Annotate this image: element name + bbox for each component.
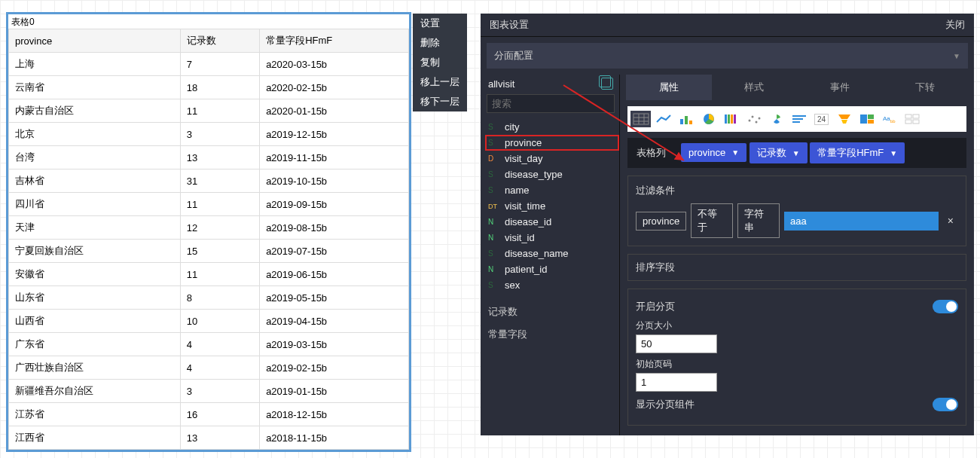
column-pill[interactable]: 记录数▼ bbox=[750, 142, 808, 163]
table-cell: 4 bbox=[180, 356, 259, 380]
config-tab[interactable]: 属性 bbox=[626, 75, 712, 100]
table-cell: a2019-09-15b bbox=[260, 193, 409, 216]
field-name: visit_day bbox=[505, 153, 543, 164]
config-tab[interactable]: 下转 bbox=[883, 75, 969, 100]
table-row: 山东省8a2019-05-15b bbox=[9, 286, 409, 310]
column-header[interactable]: 常量字段HFmF bbox=[260, 29, 409, 53]
table-cell: 安徽省 bbox=[9, 263, 181, 286]
field-item[interactable]: Sdisease_type bbox=[485, 166, 619, 182]
table-cell: a2018-11-15b bbox=[260, 426, 409, 450]
svg-text:bb: bb bbox=[890, 119, 896, 124]
field-name: visit_id bbox=[505, 232, 535, 243]
columns-label: 表格列 bbox=[629, 143, 673, 163]
table-cell: 3 bbox=[180, 123, 259, 146]
page-init-input[interactable] bbox=[636, 373, 717, 392]
paging-show-switch[interactable] bbox=[933, 398, 958, 411]
filter-op-chip[interactable]: 不等于 bbox=[691, 203, 733, 238]
sort-box[interactable]: 排序字段 bbox=[627, 254, 966, 281]
field-type-icon: S bbox=[488, 186, 500, 194]
chart-type-bar[interactable] bbox=[676, 111, 696, 127]
filter-value-input[interactable] bbox=[784, 212, 939, 231]
context-menu-item[interactable]: 删除 bbox=[413, 33, 467, 53]
field-item[interactable]: Ndisease_id bbox=[485, 214, 619, 230]
paging-enable-switch[interactable] bbox=[933, 300, 958, 313]
table-cell: 台湾 bbox=[9, 146, 181, 169]
field-type-icon: S bbox=[488, 281, 500, 289]
field-name: visit_time bbox=[505, 200, 545, 212]
column-header[interactable]: 记录数 bbox=[180, 29, 259, 53]
field-item[interactable]: Dvisit_day bbox=[485, 151, 619, 166]
field-type-icon: S bbox=[488, 139, 500, 147]
chevron-down-icon: ▼ bbox=[890, 149, 897, 157]
datasource-name: allvisit bbox=[488, 78, 601, 90]
table-cell: a2019-01-15b bbox=[260, 380, 409, 403]
context-menu-item[interactable]: 复制 bbox=[413, 53, 467, 72]
field-item[interactable]: Scity bbox=[485, 119, 619, 135]
chart-type-table[interactable] bbox=[630, 111, 651, 127]
field-item[interactable]: Npatient_id bbox=[485, 261, 619, 277]
filter-title: 过滤条件 bbox=[636, 184, 958, 197]
table-cell: a2019-11-15b bbox=[260, 146, 409, 169]
chart-type-num24[interactable]: 24 bbox=[811, 111, 832, 127]
chart-type-line[interactable] bbox=[653, 111, 673, 127]
field-item[interactable]: Ssex bbox=[485, 277, 619, 293]
table-cell: 吉林省 bbox=[9, 169, 181, 193]
columns-row: 表格列 province▼ 记录数▼ 常量字段HFmF▼ bbox=[627, 138, 966, 168]
field-item[interactable]: DTvisit_time bbox=[485, 198, 619, 214]
close-button[interactable]: 关闭 bbox=[945, 18, 965, 32]
field-name: disease_name bbox=[505, 248, 569, 259]
table-cell: 山东省 bbox=[9, 286, 181, 310]
field-item[interactable]: Sdisease_name bbox=[485, 246, 619, 261]
column-pill[interactable]: province▼ bbox=[681, 143, 746, 162]
field-item[interactable]: Sprovince bbox=[485, 135, 619, 151]
chart-type-rose[interactable] bbox=[766, 111, 786, 127]
svg-rect-19 bbox=[792, 118, 803, 120]
chart-type-word[interactable]: Aabb bbox=[879, 111, 899, 127]
context-menu-item[interactable]: 设置 bbox=[413, 14, 467, 33]
field-group-item[interactable]: 记录数 bbox=[485, 301, 619, 323]
field-search-input[interactable] bbox=[487, 94, 615, 113]
context-menu-item[interactable]: 移下一层 bbox=[413, 92, 467, 111]
svg-point-17 bbox=[758, 118, 760, 120]
chart-type-pie[interactable] bbox=[698, 111, 719, 127]
column-header[interactable]: province bbox=[9, 29, 181, 53]
filter-field-chip[interactable]: province bbox=[636, 212, 686, 231]
svg-point-16 bbox=[755, 121, 757, 124]
chart-type-funnel[interactable] bbox=[834, 111, 854, 127]
field-item[interactable]: Nvisit_id bbox=[485, 230, 619, 246]
field-type-icon: D bbox=[488, 154, 500, 163]
copy-icon[interactable] bbox=[601, 78, 613, 90]
config-column: 属性样式事件下转 24Aabb 表格列 province▼ 记录数▼ 常量字段H… bbox=[620, 75, 974, 435]
chart-type-list[interactable] bbox=[789, 111, 809, 127]
chart-type-scatter[interactable] bbox=[743, 111, 764, 127]
table-widget[interactable]: 表格0 province记录数常量字段HFmF 上海7a2020-03-15b云… bbox=[6, 12, 411, 452]
facet-config-section[interactable]: 分面配置 ▼ bbox=[487, 43, 968, 69]
field-group-item[interactable]: 常量字段 bbox=[485, 323, 619, 346]
pill-label: 记录数 bbox=[757, 146, 786, 160]
table-cell: 四川省 bbox=[9, 193, 181, 216]
svg-rect-13 bbox=[734, 114, 736, 124]
field-item[interactable]: Sname bbox=[485, 182, 619, 198]
table-cell: 江苏省 bbox=[9, 403, 181, 426]
filter-type-chip[interactable]: 字符串 bbox=[737, 203, 780, 238]
field-name: province bbox=[505, 137, 542, 148]
section-label: 分面配置 bbox=[494, 49, 533, 63]
config-tab[interactable]: 样式 bbox=[712, 75, 798, 100]
page-size-input[interactable] bbox=[636, 334, 717, 353]
field-name: disease_id bbox=[505, 216, 551, 227]
svg-rect-1 bbox=[633, 114, 649, 124]
chart-type-colbar[interactable] bbox=[721, 111, 741, 127]
table-cell: 4 bbox=[180, 333, 259, 356]
column-pill[interactable]: 常量字段HFmF▼ bbox=[810, 142, 905, 163]
chart-type-tree[interactable] bbox=[856, 111, 877, 127]
field-type-icon: N bbox=[488, 265, 500, 273]
table-cell: 31 bbox=[180, 169, 259, 193]
chart-type-grid[interactable] bbox=[902, 111, 922, 127]
table-row: 山西省10a2019-04-15b bbox=[9, 310, 409, 333]
field-name: patient_id bbox=[505, 264, 547, 275]
context-menu-item[interactable]: 移上一层 bbox=[413, 72, 467, 92]
table-cell: a2020-02-15b bbox=[260, 76, 409, 99]
filter-remove-button[interactable]: × bbox=[943, 215, 958, 227]
config-tab[interactable]: 事件 bbox=[797, 75, 883, 100]
chevron-down-icon: ▼ bbox=[731, 148, 739, 157]
